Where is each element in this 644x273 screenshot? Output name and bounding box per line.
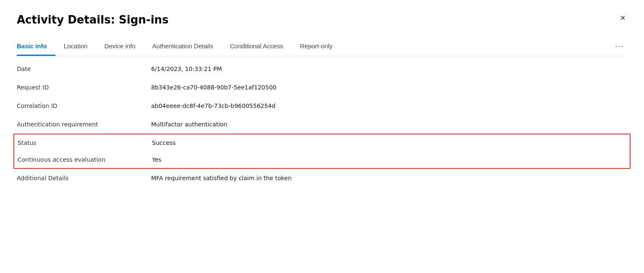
tab-basic-info[interactable]: Basic info	[17, 38, 55, 56]
row-status: StatusSuccess	[18, 134, 626, 151]
row-label-additional-details: Additional Details	[17, 175, 151, 181]
row-value-auth-requirement: Multifactor authentication	[151, 121, 227, 128]
dialog-title: Activity Details: Sign-ins	[17, 13, 627, 26]
tab-report-only[interactable]: Report-only	[291, 38, 341, 56]
row-label-auth-requirement: Authentication requirement	[17, 121, 151, 128]
tab-content: Date6/14/2023, 10:33:21 PMRequest ID8b34…	[17, 56, 627, 187]
row-value-date: 6/14/2023, 10:33:21 PM	[151, 66, 222, 72]
row-label-continuous-access: Continuous access evaluation	[18, 156, 152, 163]
row-value-continuous-access: Yes	[152, 156, 162, 163]
activity-details-dialog: Activity Details: Sign-ins × Basic infoL…	[0, 0, 644, 273]
row-label-date: Date	[17, 66, 151, 72]
row-continuous-access: Continuous access evaluationYes	[18, 151, 626, 168]
tabs-more-button[interactable]: ···	[612, 38, 627, 56]
row-value-additional-details: MFA requirement satisfied by claim in th…	[151, 175, 292, 181]
row-label-request-id: Request ID	[17, 84, 151, 91]
close-button[interactable]: ×	[617, 12, 629, 24]
row-value-request-id: 8b343e26-ca70-4088-90b7-5ee1af120500	[151, 84, 276, 91]
tab-location[interactable]: Location	[55, 38, 96, 56]
tab-device-info[interactable]: Device info	[96, 38, 144, 56]
row-label-status: Status	[18, 139, 152, 146]
row-correlation-id: Correlation IDab04eeee-dc8f-4e7b-73cb-b9…	[17, 97, 627, 115]
row-request-id: Request ID8b343e26-ca70-4088-90b7-5ee1af…	[17, 78, 627, 97]
row-additional-details: Additional DetailsMFA requirement satisf…	[17, 169, 627, 187]
highlight-box: StatusSuccessContinuous access evaluatio…	[13, 134, 631, 169]
row-label-correlation-id: Correlation ID	[17, 102, 151, 109]
row-value-status: Success	[152, 139, 175, 146]
tab-bar: Basic infoLocationDevice infoAuthenticat…	[17, 38, 627, 56]
row-value-correlation-id: ab04eeee-dc8f-4e7b-73cb-b9600556254d	[151, 102, 275, 109]
tab-authentication-details[interactable]: Authentication Details	[144, 38, 222, 56]
row-auth-requirement: Authentication requirementMultifactor au…	[17, 115, 627, 134]
row-date: Date6/14/2023, 10:33:21 PM	[17, 60, 627, 78]
tab-conditional-access[interactable]: Conditional Access	[222, 38, 292, 56]
